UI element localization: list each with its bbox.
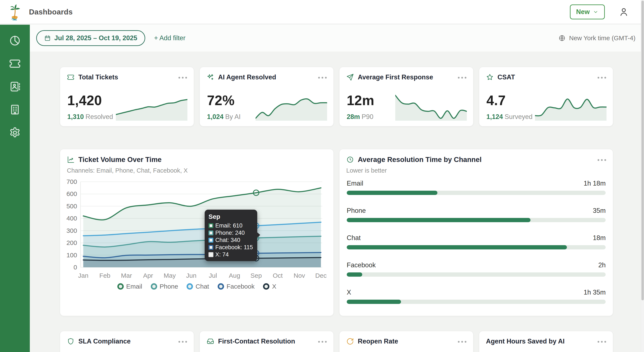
card-title: Average First Response (358, 73, 433, 81)
kpi-card-total-tickets: Total Tickets 1,420 1,310Resolved (60, 67, 194, 126)
legend-swatch (151, 283, 157, 290)
tooltip-row: Email: 610 (208, 222, 253, 229)
card-menu-button[interactable] (178, 76, 187, 78)
card-menu-button[interactable] (598, 158, 606, 161)
card-menu-button[interactable] (458, 76, 466, 78)
chart-tooltip: Sep Email: 610 Phone: 240 Chat: 340 Face… (205, 210, 257, 261)
kpi-value: 12m (347, 93, 374, 108)
svg-text:Sep: Sep (250, 272, 262, 279)
channel-value: 35m (593, 207, 606, 215)
chart-subtitle: Channels: Email, Phone, Chat, Facebook, … (67, 167, 334, 174)
sla-compliance-card: SLA Compliance (60, 331, 194, 352)
date-range-filter[interactable]: Jul 28, 2025 – Oct 19, 2025 (36, 30, 145, 46)
sidebar-item-settings gear-icon[interactable] (9, 126, 21, 139)
tooltip-row: Chat: 340 (208, 236, 253, 244)
tooltip-row: Facebook: 115 (208, 244, 253, 251)
sidebar-item-tickets ticket-icon[interactable] (9, 57, 21, 70)
card-title: First-Contact Resolution (218, 338, 295, 345)
progress-bar (347, 272, 606, 277)
dashboard-page: Dashboards New Jul 28, 2025 – Oct 19, 20… (0, 0, 644, 352)
sparkles-icon (206, 73, 214, 81)
sparkline-chart (395, 91, 467, 121)
date-range-label: Jul 28, 2025 – Oct 19, 2025 (54, 34, 137, 42)
kpi-subtitle: 1,024By AI (207, 113, 241, 121)
card-menu-button[interactable] (598, 340, 606, 343)
sparkline-chart (116, 91, 188, 121)
resolution-row-facebook: Facebook2h (347, 261, 606, 277)
timezone-label: New York time (GMT-4) (569, 34, 636, 42)
card-menu-button[interactable] (178, 340, 187, 343)
channel-label: Phone (347, 207, 366, 215)
resolution-row-x: X1h 35m (347, 289, 606, 304)
chart-row: Ticket Volume Over Time Channels: Email,… (60, 149, 613, 311)
page-title: Dashboards (29, 8, 72, 16)
svg-text:Aug: Aug (229, 272, 240, 279)
kpi-value: 1,420 (67, 93, 102, 108)
channel-label: Email (347, 180, 363, 187)
svg-text:Jan: Jan (78, 272, 88, 279)
card-menu-button[interactable] (598, 76, 606, 78)
legend-item-email[interactable]: Email (117, 283, 142, 290)
new-button[interactable]: New (570, 4, 605, 19)
calendar-icon (44, 35, 51, 41)
progress-bar (347, 191, 606, 195)
scrollbar-thumb[interactable] (642, 1, 644, 300)
sparkline-chart (256, 91, 327, 121)
top-bar: Dashboards New (0, 0, 644, 24)
svg-text:400: 400 (66, 215, 77, 222)
kpi-value: 4.7 (486, 93, 506, 108)
channel-value: 1h 18m (584, 180, 606, 187)
resolution-row-phone: Phone35m (347, 207, 606, 222)
legend-item-x[interactable]: X (263, 283, 276, 290)
kpi-subtitle: 1,310Resolved (67, 113, 113, 121)
svg-text:Feb: Feb (100, 272, 110, 279)
resolution-rows: Email1h 18m Phone35m Chat18m Facebo (340, 180, 613, 304)
svg-text:Apr: Apr (143, 272, 153, 279)
card-menu-button[interactable] (318, 340, 327, 343)
svg-text:0: 0 (74, 264, 77, 271)
svg-text:200: 200 (66, 239, 77, 246)
kpi-card-average-first-response: Average First Response 12m 28mP90 (339, 67, 474, 126)
sparkline-chart (535, 91, 606, 121)
progress-bar (347, 245, 606, 249)
card-menu-button[interactable] (458, 340, 466, 343)
card-title: Reopen Rate (358, 338, 398, 345)
legend-item-chat[interactable]: Chat (186, 283, 209, 290)
card-title: SLA Compliance (78, 338, 130, 345)
channel-label: Facebook (347, 261, 376, 269)
refresh-icon (346, 338, 354, 345)
line-chart[interactable]: 0100200300400500600700JanFebMarAprMayJun… (64, 179, 330, 299)
progress-bar (347, 218, 606, 222)
tooltip-arrow (257, 232, 260, 238)
globe-icon (558, 34, 566, 42)
person-icon[interactable] (618, 6, 629, 17)
card-title: Total Tickets (78, 73, 118, 81)
progress-bar (347, 300, 606, 304)
star-icon (486, 73, 494, 81)
card-menu-button[interactable] (318, 76, 327, 78)
bottom-card-row: SLA Compliance First-Contact Resolution … (60, 331, 613, 352)
channel-value: 18m (593, 234, 606, 242)
sidebar-item-organizations building-icon[interactable] (9, 103, 21, 116)
card-title: AI Agent Resolved (218, 73, 276, 81)
card-title: Agent Hours Saved by AI (486, 338, 564, 345)
kpi-subtitle: 1,124Surveyed (486, 113, 532, 121)
sidebar-item-analytics pie-chart-icon[interactable] (9, 34, 21, 47)
add-filter-button[interactable]: + Add filter (154, 34, 186, 42)
palm-tree-logo (8, 3, 21, 20)
sidebar-nav (0, 25, 30, 352)
legend-item-phone[interactable]: Phone (151, 283, 178, 290)
legend-item-facebook[interactable]: Facebook (218, 283, 255, 290)
card-title: CSAT (498, 73, 515, 81)
kpi-subtitle: 28mP90 (347, 113, 373, 121)
ticket-volume-chart-card: Ticket Volume Over Time Channels: Email,… (60, 149, 334, 316)
shield-icon (67, 338, 74, 345)
svg-text:Mar: Mar (121, 272, 132, 279)
panel-title: Average Resolution Time by Channel (358, 156, 482, 164)
reopen-rate-card: Reopen Rate (339, 331, 474, 352)
sidebar-item-contacts contacts-icon[interactable] (9, 80, 21, 93)
timezone-indicator: New York time (GMT-4) (558, 34, 636, 42)
page-scrollbar[interactable] (641, 0, 644, 352)
legend-swatch (218, 283, 224, 290)
series-swatch (208, 245, 214, 250)
